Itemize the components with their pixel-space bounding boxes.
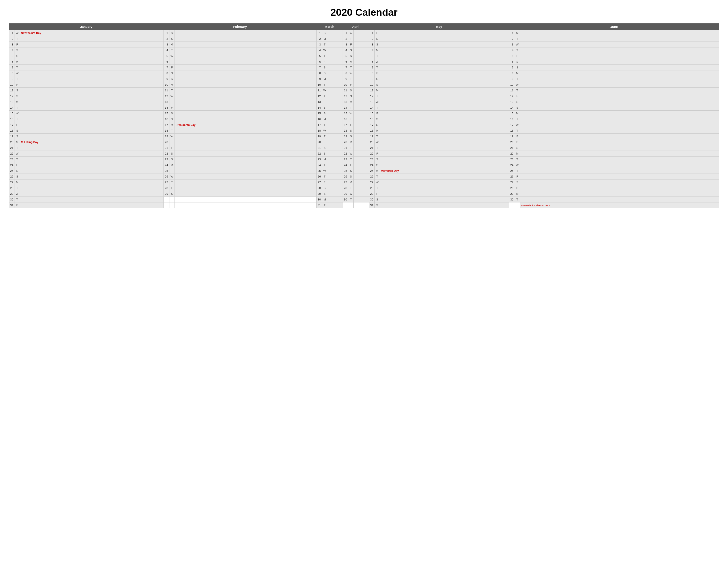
january-row29-event <box>20 191 163 197</box>
may-row13-num: 13 <box>369 99 375 105</box>
february-row31-empty-event <box>174 202 317 208</box>
may-row25-day: M <box>375 168 380 174</box>
january-row2-num: 2 <box>9 36 15 42</box>
january-row29-num: 29 <box>9 191 15 197</box>
march-row31-num: 31 <box>316 202 322 208</box>
february-row15-num: 15 <box>164 111 169 116</box>
march-row20-day: F <box>322 139 327 145</box>
april-row16-day: T <box>348 116 353 122</box>
may-row13-event <box>380 99 509 105</box>
may-row13-day: W <box>375 99 380 105</box>
january-row6-num: 6 <box>9 59 15 65</box>
may-row3-event <box>380 42 509 47</box>
may-row17-num: 17 <box>369 122 375 128</box>
june-row15-event <box>520 111 719 116</box>
january-row31-event <box>20 202 163 208</box>
january-row19-event <box>20 133 163 139</box>
may-row29-num: 29 <box>369 191 375 197</box>
february-row29-event <box>174 191 317 197</box>
june-row2-day: T <box>515 36 520 42</box>
april-row28-day: T <box>348 185 353 191</box>
january-row15-event <box>20 111 163 116</box>
february-row1-day: S <box>169 30 174 36</box>
may-row4-num: 4 <box>369 47 375 53</box>
june-row21-day: S <box>515 145 520 151</box>
march-row9-num: 9 <box>316 76 322 82</box>
may-row8-event <box>380 70 509 76</box>
january-row22-event <box>20 151 163 156</box>
april-row16-num: 16 <box>343 116 348 122</box>
march-row28-event <box>327 185 343 191</box>
june-row17-day: W <box>515 122 520 128</box>
february-row17-num: 17 <box>164 122 169 128</box>
march-row3-event <box>327 42 343 47</box>
june-row6-event <box>520 59 719 65</box>
january-row16-num: 16 <box>9 116 15 122</box>
may-row23-num: 23 <box>369 156 375 162</box>
january-row10-day: F <box>15 82 20 88</box>
march-row28-day: S <box>322 185 327 191</box>
february-row8-num: 8 <box>164 70 169 76</box>
february-row22-day: S <box>169 151 174 156</box>
february-row23-num: 23 <box>164 156 169 162</box>
march-row21-day: S <box>322 145 327 151</box>
february-row23-day: S <box>169 156 174 162</box>
may-row20-num: 20 <box>369 139 375 145</box>
may-row8-day: F <box>375 70 380 76</box>
february-row19-num: 19 <box>164 133 169 139</box>
june-row23-num: 23 <box>509 156 515 162</box>
february-row18-num: 18 <box>164 128 169 133</box>
february-row3-event <box>174 42 317 47</box>
january-row16-day: T <box>15 116 20 122</box>
june-row22-num: 22 <box>509 151 515 156</box>
february-row31-empty-num <box>164 202 169 208</box>
may-row16-event <box>380 116 509 122</box>
february-row9-event <box>174 76 317 82</box>
march-row6-event <box>327 59 343 65</box>
february-row7-day: F <box>169 65 174 70</box>
march-row12-day: T <box>322 93 327 99</box>
february-row25-day: T <box>169 168 174 174</box>
february-row13-day: T <box>169 99 174 105</box>
january-row17-event <box>20 122 163 128</box>
june-row12-num: 12 <box>509 93 515 99</box>
may-row6-num: 6 <box>369 59 375 65</box>
april-row7-day: T <box>348 65 353 70</box>
march-row10-event <box>327 82 343 88</box>
january-row24-day: F <box>15 162 20 168</box>
june-row1-event <box>520 30 719 36</box>
january-row7-day: T <box>15 65 20 70</box>
may-row2-day: S <box>375 36 380 42</box>
may-row27-day: W <box>375 179 380 185</box>
january-row6-day: M <box>15 59 20 65</box>
march-row16-day: M <box>322 116 327 122</box>
march-row19-day: T <box>322 133 327 139</box>
april-row16-event <box>353 116 369 122</box>
june-row30-day: T <box>515 197 520 202</box>
january-row12-num: 12 <box>9 93 15 99</box>
june-row14-day: S <box>515 105 520 111</box>
april-row18-num: 18 <box>343 128 348 133</box>
june-row2-num: 2 <box>509 36 515 42</box>
june-row25-day: T <box>515 168 520 174</box>
february-row15-day: S <box>169 111 174 116</box>
february-row26-num: 26 <box>164 174 169 179</box>
march-row3-num: 3 <box>316 42 322 47</box>
february-row5-day: W <box>169 53 174 59</box>
june-row9-day: T <box>515 76 520 82</box>
june-row7-event <box>520 65 719 70</box>
june-row5-day: F <box>515 53 520 59</box>
april-row21-day: T <box>348 145 353 151</box>
january-row3-day: F <box>15 42 20 47</box>
june-row18-num: 18 <box>509 128 515 133</box>
march-row30-event <box>327 197 343 202</box>
april-row30-day: T <box>348 197 353 202</box>
february-row6-event <box>174 59 317 65</box>
january-row5-day: S <box>15 53 20 59</box>
march-row25-day: W <box>322 168 327 174</box>
may-row1-event <box>380 30 509 36</box>
april-row23-num: 23 <box>343 156 348 162</box>
may-row5-event <box>380 53 509 59</box>
may-row26-day: T <box>375 174 380 179</box>
june-row3-day: W <box>515 42 520 47</box>
